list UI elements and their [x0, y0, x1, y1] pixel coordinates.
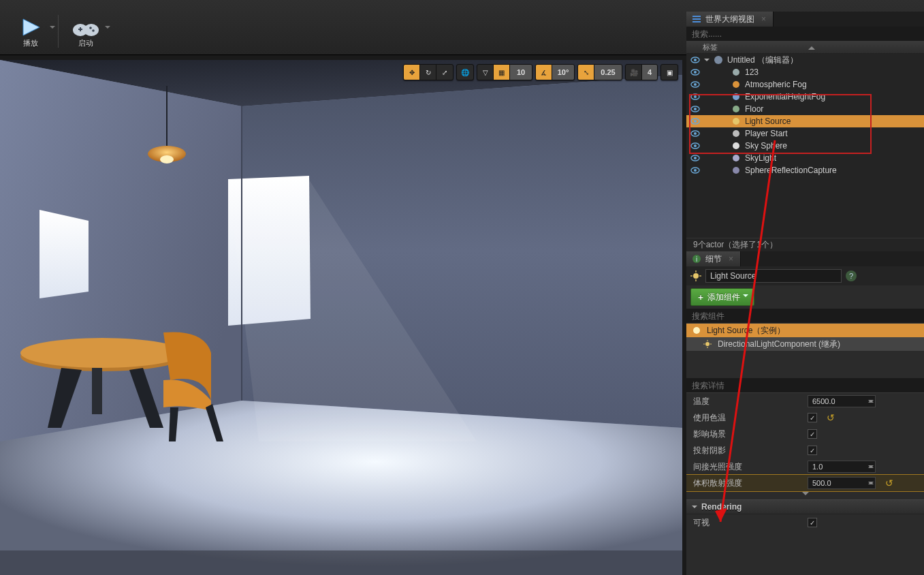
svg-point-47	[694, 144, 697, 147]
actor-icon	[731, 153, 741, 163]
transform-rotate-button[interactable]: ↻	[420, 65, 436, 80]
svg-point-35	[694, 95, 697, 98]
checkbox[interactable]	[808, 429, 817, 439]
chevron-down-icon	[692, 506, 697, 511]
svg-point-36	[733, 93, 739, 100]
checkbox[interactable]	[808, 518, 817, 527]
viewport-maximize-button[interactable]: ▣	[661, 65, 678, 80]
revert-icon[interactable]: ↺	[885, 478, 893, 488]
scale-snap-value[interactable]: 0.25	[594, 65, 622, 80]
coord-space-button[interactable]: 🌐	[457, 65, 473, 80]
category-rendering[interactable]: Rendering	[686, 499, 924, 514]
object-name-input[interactable]	[705, 269, 842, 283]
details-search[interactable]	[686, 378, 924, 393]
outliner-item[interactable]: Sky Sphere	[686, 140, 924, 152]
outliner-status: 9个actor（选择了1个）	[686, 238, 924, 251]
prop-indirect-intensity: 间接光照强度 1.0	[686, 459, 924, 475]
visibility-eye-icon[interactable]	[690, 116, 700, 126]
close-icon[interactable]: ×	[729, 254, 733, 264]
actor-icon	[731, 166, 741, 175]
sort-icon	[808, 43, 815, 50]
grid-snap-button[interactable]: ▦	[494, 65, 510, 80]
launch-dropdown-icon[interactable]	[105, 26, 110, 31]
outliner-search[interactable]	[686, 27, 924, 42]
details-search-input[interactable]	[686, 378, 924, 392]
grid-snap-value[interactable]: 10	[510, 65, 532, 80]
svg-point-48	[733, 142, 739, 149]
transform-move-button[interactable]: ✥	[404, 65, 420, 80]
prop-label: 影响场景	[693, 429, 802, 440]
surface-snap-button[interactable]: ▽	[477, 65, 494, 80]
visibility-eye-icon[interactable]	[690, 55, 700, 65]
close-icon[interactable]: ×	[761, 14, 766, 24]
camera-speed-icon[interactable]: 🎥	[626, 65, 642, 80]
outliner-tabbar: 世界大纲视图 ×	[686, 12, 924, 27]
angle-snap-value[interactable]: 10°	[552, 65, 574, 80]
visibility-eye-icon[interactable]	[690, 129, 700, 138]
expand-icon[interactable]	[704, 59, 710, 64]
visibility-eye-icon[interactable]	[690, 166, 700, 175]
outliner-root-row[interactable]: Untitled （编辑器）	[686, 54, 924, 66]
component-child-row[interactable]: DirectionalLightComponent (继承)	[686, 337, 924, 351]
outliner-header[interactable]: 标签	[686, 42, 924, 54]
outliner-search-input[interactable]	[686, 27, 924, 41]
component-search[interactable]	[686, 309, 924, 324]
play-button[interactable]: 播放	[10, 11, 51, 55]
play-icon	[19, 18, 42, 37]
details-tab-label: 细节	[705, 253, 722, 265]
outliner-item[interactable]: Player Start	[686, 127, 924, 140]
svg-point-33	[733, 81, 739, 88]
component-instance-row[interactable]: Light Source（实例）	[686, 324, 924, 337]
outliner-root-label: Untitled （编辑器）	[727, 55, 798, 66]
visibility-eye-icon[interactable]	[690, 67, 700, 77]
svg-rect-24	[692, 21, 701, 22]
outliner-item[interactable]: 123	[686, 66, 924, 78]
add-component-button[interactable]: ＋添加组件	[690, 288, 754, 306]
prop-value-input[interactable]: 1.0	[808, 461, 876, 473]
visibility-eye-icon[interactable]	[690, 141, 700, 151]
transform-scale-button[interactable]: ⤢	[436, 65, 453, 80]
outliner-item[interactable]: Atmospheric Fog	[686, 78, 924, 91]
svg-point-6	[89, 27, 92, 29]
prop-affects-world: 影响场景	[686, 426, 924, 442]
visibility-eye-icon[interactable]	[690, 153, 700, 163]
visibility-eye-icon[interactable]	[690, 80, 700, 89]
outliner-item[interactable]: ExponentialHeightFog	[686, 91, 924, 103]
angle-snap-button[interactable]: ∡	[536, 65, 552, 80]
expand-more-icon[interactable]	[686, 491, 924, 499]
outliner-item[interactable]: Light Source	[686, 115, 924, 127]
scale-snap-button[interactable]: ⤡	[578, 65, 594, 80]
details-tab[interactable]: i 细节 ×	[686, 251, 741, 266]
actor-icon	[731, 92, 741, 102]
outliner-item[interactable]: SphereReflectionCapture	[686, 164, 924, 176]
checkbox[interactable]	[808, 446, 817, 455]
outliner-item[interactable]: SkyLight	[686, 152, 924, 164]
revert-icon[interactable]: ↺	[827, 412, 835, 423]
light-icon	[692, 326, 701, 335]
svg-point-62	[693, 327, 700, 334]
launch-button[interactable]: 启动	[65, 11, 106, 55]
component-search-input[interactable]	[686, 309, 924, 323]
svg-point-29	[694, 71, 697, 74]
visibility-eye-icon[interactable]	[690, 92, 700, 102]
prop-value-input[interactable]: 6500.0	[808, 395, 876, 407]
svg-point-26	[694, 59, 697, 61]
level-viewport[interactable]: ✥ ↻ ⤢ 🌐 ▽ ▦ 10 ∡ 10° ⤡ 0.25 🎥 4 ▣	[0, 60, 682, 575]
svg-point-39	[733, 106, 739, 112]
outliner-tree: Untitled （编辑器） 123Atmospheric FogExponen…	[686, 54, 924, 238]
outliner-item-label: Light Source	[745, 116, 791, 126]
help-icon[interactable]: ?	[846, 270, 857, 281]
svg-point-32	[694, 83, 697, 86]
outliner-tab[interactable]: 世界大纲视图 ×	[686, 12, 774, 27]
launch-label: 启动	[78, 38, 93, 48]
checkbox[interactable]	[808, 413, 817, 422]
camera-speed-value[interactable]: 4	[642, 65, 657, 80]
svg-point-41	[694, 120, 697, 123]
svg-point-27	[714, 56, 722, 64]
play-dropdown-icon[interactable]	[50, 26, 55, 31]
svg-rect-22	[692, 16, 701, 17]
prop-value-input[interactable]: 500.0	[808, 477, 876, 489]
outliner-item[interactable]: Floor	[686, 103, 924, 115]
visibility-eye-icon[interactable]	[690, 104, 700, 114]
component-instance-label: Light Source（实例）	[707, 325, 785, 337]
